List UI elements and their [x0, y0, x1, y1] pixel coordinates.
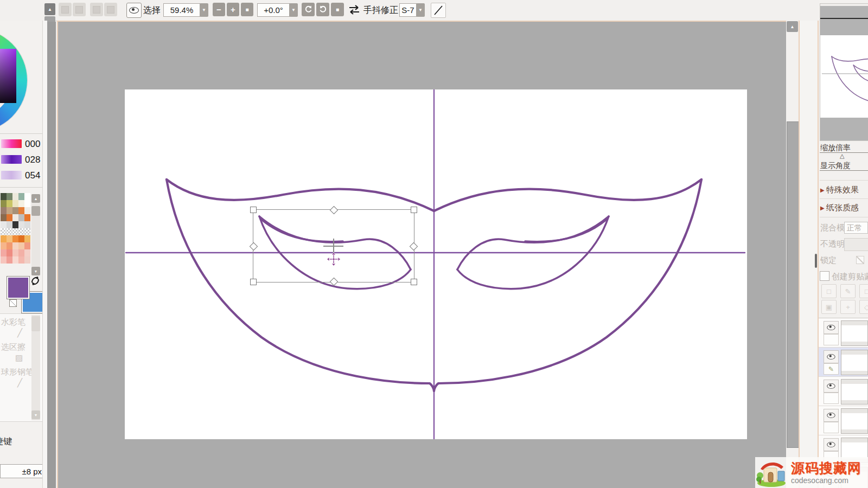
tool-item-round-pen[interactable]: 球形钢笔: [1, 367, 34, 377]
panel-divider-bar[interactable]: [47, 22, 56, 488]
canvas-workspace[interactable]: [57, 21, 787, 488]
swap-colors-button[interactable]: [30, 275, 40, 288]
scroll-down-icon[interactable]: ▼: [31, 267, 40, 275]
palette-cell[interactable]: [18, 228, 24, 235]
palette-cell[interactable]: [18, 256, 24, 264]
palette-cell[interactable]: [7, 235, 12, 242]
palette-cell[interactable]: [12, 249, 18, 256]
rotate-reset-button[interactable]: ■: [331, 3, 344, 16]
palette-cell[interactable]: [7, 221, 12, 228]
line-tool-button[interactable]: [431, 3, 446, 18]
history-back-button[interactable]: [90, 3, 103, 16]
palette-cell[interactable]: [24, 207, 30, 214]
panel-collapse-button[interactable]: ▲: [44, 3, 55, 15]
undo-button[interactable]: [59, 3, 72, 16]
stabilizer-dropdown-button[interactable]: ▼: [416, 3, 425, 17]
palette-cell[interactable]: [12, 221, 18, 228]
scroll-thumb[interactable]: [31, 316, 40, 331]
flip-horizontal-button[interactable]: [347, 4, 361, 17]
palette-cell[interactable]: [24, 214, 30, 221]
layer-thumbnail[interactable]: [841, 350, 868, 375]
zoom-in-button[interactable]: +: [227, 3, 239, 16]
layer-visibility-toggle[interactable]: [824, 350, 839, 363]
blend-mode-dropdown[interactable]: 正常: [844, 222, 868, 234]
display-angle-slider[interactable]: [820, 170, 868, 171]
color-swatch-row[interactable]: 054: [0, 171, 42, 181]
palette-cell[interactable]: [24, 249, 30, 256]
primary-color-swatch[interactable]: [7, 277, 29, 299]
layer-thumbnail[interactable]: [841, 379, 868, 404]
handle-top-right[interactable]: [411, 207, 417, 213]
layer-row[interactable]: [819, 318, 868, 348]
palette-cell[interactable]: [24, 221, 30, 228]
layer-thumbnail[interactable]: [841, 408, 868, 434]
layer-paint-indicator[interactable]: [824, 334, 839, 345]
color-swatch-row[interactable]: 000: [0, 139, 42, 149]
saturation-value-picker[interactable]: [0, 49, 16, 103]
palette-cell[interactable]: [18, 214, 24, 221]
scroll-down-icon[interactable]: ▼: [31, 410, 40, 419]
palette-scrollbar[interactable]: ▲ ▼: [31, 194, 40, 275]
transform-selection-box[interactable]: [253, 209, 414, 282]
expand-arrow-icon[interactable]: ▶: [820, 205, 825, 211]
palette-cell[interactable]: [1, 207, 7, 214]
palette-cell[interactable]: [12, 228, 18, 235]
palette-cell[interactable]: [24, 193, 30, 200]
palette-cell[interactable]: [18, 221, 24, 228]
navigator-preview[interactable]: [820, 3, 868, 141]
layer-row[interactable]: ✎: [819, 348, 868, 377]
zoom-reset-button[interactable]: ■: [241, 3, 253, 16]
swatch-bar-054[interactable]: [1, 171, 22, 179]
palette-cell[interactable]: [12, 200, 18, 207]
lock-icon[interactable]: [856, 256, 864, 264]
angle-dropdown-button[interactable]: ▼: [289, 3, 298, 17]
palette-cell[interactable]: [24, 200, 30, 207]
swatch-bar-028[interactable]: [1, 155, 22, 164]
palette-cell[interactable]: [24, 242, 30, 249]
palette-cell[interactable]: [24, 256, 30, 264]
layer-paint-indicator[interactable]: [824, 393, 839, 404]
palette-cell[interactable]: [1, 242, 7, 249]
tool-item-watercolor[interactable]: 水彩笔: [1, 317, 25, 328]
rotate-ccw-button[interactable]: [302, 3, 315, 16]
section-special-effects[interactable]: 特殊效果: [826, 185, 859, 195]
watermark-url[interactable]: codesocang.com: [791, 477, 861, 484]
palette-cell[interactable]: [1, 228, 7, 235]
stabilizer-value-input[interactable]: S-7: [399, 3, 417, 17]
palette-cell[interactable]: [1, 193, 7, 200]
zoom-out-button[interactable]: −: [213, 3, 225, 16]
redo-button[interactable]: [73, 3, 86, 16]
palette-cell[interactable]: [7, 200, 12, 207]
zoom-dropdown-button[interactable]: ▼: [200, 3, 208, 17]
expand-arrow-icon[interactable]: ▶: [820, 187, 825, 193]
palette-cell[interactable]: [18, 207, 24, 214]
merge-down-button[interactable]: ▣: [821, 300, 837, 314]
palette-cell[interactable]: [12, 214, 18, 221]
clear-layer-button[interactable]: ◇: [859, 300, 868, 314]
history-forward-button[interactable]: [104, 3, 117, 16]
palette-cell[interactable]: [12, 193, 18, 200]
handle-bottom-left[interactable]: [250, 279, 257, 285]
layer-row[interactable]: [819, 377, 868, 406]
slider-marker-icon[interactable]: △: [840, 152, 844, 159]
scroll-up-icon[interactable]: ▲: [31, 194, 40, 203]
palette-cell[interactable]: [18, 242, 24, 249]
palette-cell[interactable]: [18, 193, 24, 200]
palette-cell[interactable]: [12, 235, 18, 242]
new-sketch-layer-button[interactable]: ✎: [840, 284, 856, 298]
sidebar-resize-handle[interactable]: [815, 254, 817, 268]
layer-visibility-toggle[interactable]: [824, 409, 839, 422]
layer-row[interactable]: [819, 406, 868, 435]
layer-visibility-toggle[interactable]: [824, 438, 839, 451]
tool-scrollbar[interactable]: ▼: [31, 315, 40, 420]
layer-paint-indicator[interactable]: [824, 422, 839, 433]
palette-cell[interactable]: [7, 256, 12, 264]
palette-cell[interactable]: [1, 214, 7, 221]
layer-thumbnail[interactable]: [841, 320, 868, 346]
drawing-canvas[interactable]: [125, 89, 747, 439]
palette-cell[interactable]: [1, 256, 7, 264]
swatch-bar-000[interactable]: [1, 139, 22, 148]
clipping-checkbox[interactable]: [820, 271, 829, 281]
palette-cell[interactable]: [1, 200, 7, 207]
palette-cell[interactable]: [18, 235, 24, 242]
